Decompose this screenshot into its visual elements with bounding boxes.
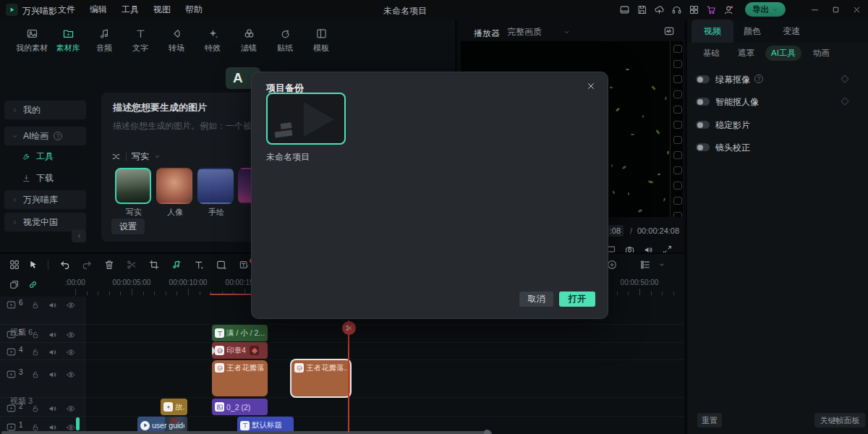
toggle-switch[interactable] [696,75,710,83]
redo-icon[interactable] [81,259,93,271]
sidebar-item-万兴喵库[interactable]: 万兴喵库 [4,190,86,209]
grid4-icon[interactable] [9,259,20,271]
vertical-scrollbar[interactable] [76,417,80,430]
lock-icon[interactable] [31,370,40,379]
maximize-icon[interactable] [831,5,841,14]
link-icon[interactable] [27,279,38,290]
keyframe-diamond-icon[interactable] [841,97,848,105]
keyframe-panel-button[interactable]: 关键帧面板 [814,413,865,427]
mute-icon[interactable] [48,370,58,380]
clip-印章4[interactable]: 印章4 [212,342,268,359]
clip-故...[interactable]: 故... [161,399,187,415]
media-tab-模板[interactable]: 模板 [303,22,339,54]
lock-icon[interactable] [31,348,40,357]
trash-icon[interactable] [103,259,115,271]
keyframe-diamond-icon[interactable] [841,75,848,82]
media-tab-滤镜[interactable]: 滤镜 [231,22,267,54]
project-backup-item[interactable]: 未命名项目 [266,93,347,163]
visibility-icon[interactable] [66,370,76,380]
menu-帮助[interactable]: 帮助 [185,4,203,16]
lock-icon[interactable] [31,301,40,310]
chev-d-icon[interactable] [658,261,665,268]
tab-颜色[interactable]: 颜色 [738,20,767,43]
menu-编辑[interactable]: 编辑 [90,4,107,16]
apps-grid-icon[interactable] [689,4,699,15]
style-thumb-手绘[interactable]: 手绘 [197,168,235,218]
cancel-button[interactable]: 取消 [519,292,553,307]
sticker-icon [279,27,292,40]
media-tab-特效[interactable]: 特效 [195,22,231,54]
clip-满 / 小 / 2...[interactable]: 满 / 小 / 2... [212,325,268,341]
open-button[interactable]: 打开 [559,292,595,307]
visibility-icon[interactable] [66,330,76,340]
style-selector[interactable]: 写实 [111,150,161,163]
horizontal-scrollbar[interactable] [1,431,492,434]
style-thumb-人像[interactable]: 人像 [156,168,194,218]
media-tab-我的素材[interactable]: 我的素材 [14,22,50,54]
copy-icon[interactable] [9,279,20,290]
close-window-icon[interactable] [852,5,861,14]
visibility-icon[interactable] [66,300,76,310]
mute-icon[interactable] [48,330,58,340]
subtab-遮罩[interactable]: 遮罩 [732,46,760,61]
layout-icon[interactable] [619,4,630,15]
mute-icon[interactable] [48,404,58,414]
sidebar-item-我的[interactable]: 我的 [4,101,86,119]
save-icon[interactable] [637,4,647,15]
media-tab-贴纸[interactable]: 贴纸 [267,22,303,54]
toggle-switch[interactable] [696,143,710,151]
toggle-switch[interactable] [696,98,710,106]
cursor-icon[interactable] [27,259,39,271]
headset-icon[interactable] [671,4,682,15]
clip-王者花瓣落...[interactable]: 王者花瓣落... [292,360,350,396]
video-track-icon [6,299,17,310]
scopes-button[interactable] [663,25,676,37]
cloud-upload-icon[interactable] [654,4,665,15]
playhead-handle[interactable] [342,321,356,335]
lock-icon[interactable] [31,331,40,339]
subtab-动画[interactable]: 动画 [807,46,835,61]
media-tab-音频[interactable]: 音频 [86,22,122,54]
account-icon[interactable] [723,4,734,15]
tab-视频[interactable]: 视频 [692,20,733,43]
media-tab-文字[interactable]: 文字 [122,22,158,54]
lock-icon[interactable] [31,404,40,413]
beat-icon[interactable] [171,259,182,271]
export-button[interactable]: 导出 [745,2,786,17]
settings-button[interactable]: 设置 [111,218,145,234]
mute-icon[interactable] [48,347,58,357]
sidebar-item-下载[interactable]: 下载 [4,169,86,187]
subtab-AI工具[interactable]: AI工具 [765,46,801,61]
mask-icon[interactable] [216,259,227,271]
reset-button[interactable]: 重置 [697,413,722,427]
sidebar-collapse-button[interactable] [72,229,86,242]
clip-王者花瓣落...[interactable]: 王者花瓣落... [212,360,268,396]
cart-icon[interactable] [706,4,717,15]
tab-变速[interactable]: 变速 [777,20,806,43]
minimize-icon[interactable] [810,5,820,14]
menu-视图[interactable]: 视图 [153,4,171,16]
visibility-icon[interactable] [66,347,76,357]
media-tab-素材库[interactable]: 素材库 [50,22,86,54]
clip-0_2 (2)[interactable]: 0_2 (2) [212,399,268,415]
subtab-基础[interactable]: 基础 [697,46,726,61]
media-tab-转场[interactable]: 转场 [158,22,195,54]
sidebar-item-AI绘画[interactable]: AI绘画? [4,127,86,145]
scissors-icon[interactable] [126,259,137,271]
textdot-icon[interactable] [193,259,205,271]
sidebar-item-工具[interactable]: 工具 [4,147,86,166]
quality-dropdown[interactable]: 完整画质 [507,26,570,38]
undo-icon[interactable] [59,259,71,271]
menu-文件[interactable]: 文件 [58,4,75,16]
playhead-line[interactable] [348,320,349,433]
toggle-switch[interactable] [696,121,710,129]
close-icon[interactable] [586,81,596,91]
scrollbar-knob[interactable] [484,430,490,434]
mute-icon[interactable] [48,300,58,310]
track-list-icon[interactable] [639,259,651,271]
style-thumb-写实[interactable]: 写实 [115,168,153,218]
menu-工具[interactable]: 工具 [122,4,139,16]
tbox-icon[interactable] [239,259,250,271]
crop-icon[interactable] [148,259,160,271]
visibility-icon[interactable] [66,404,76,414]
